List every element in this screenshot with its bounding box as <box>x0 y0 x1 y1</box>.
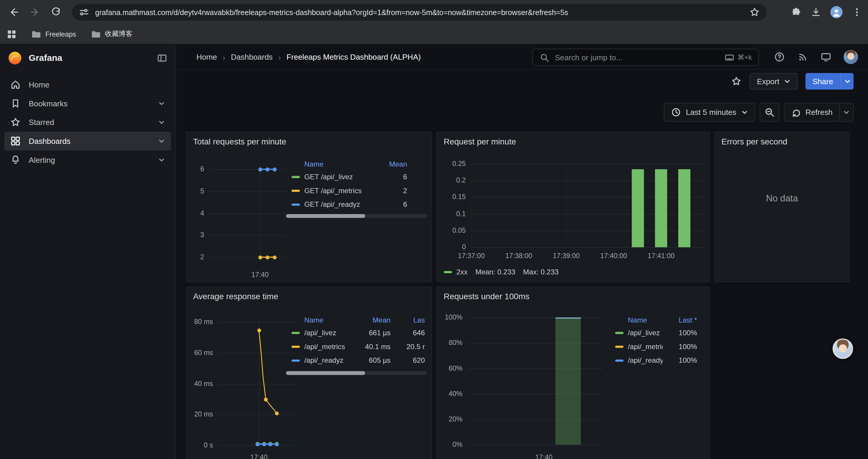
site-settings-icon[interactable] <box>79 6 90 18</box>
legend-col-last[interactable]: Las <box>393 316 425 324</box>
time-controls: Last 5 minutes Refresh <box>664 103 854 122</box>
legend-col-last[interactable]: Last * <box>665 316 697 324</box>
reload-button[interactable] <box>48 4 64 21</box>
share-menu-button[interactable] <box>840 73 854 90</box>
legend-scrollbar[interactable] <box>286 214 427 218</box>
zoom-out-icon <box>764 107 775 118</box>
bookmark-label: Freeleaps <box>45 30 76 38</box>
series-last: 100% <box>665 356 697 364</box>
screen: grafana.mathmast.com/d/deytv4rwavabkb/fr… <box>0 0 868 459</box>
panel-title[interactable]: Errors per second <box>721 137 787 146</box>
share-button[interactable]: Share <box>805 73 840 90</box>
refresh-button[interactable]: Refresh <box>784 103 839 122</box>
series-name[interactable]: /api/_readyz <box>628 356 663 364</box>
browser-actions <box>790 0 862 24</box>
cdot <box>257 328 261 332</box>
grid <box>468 318 603 318</box>
sidebar-item-dashboards[interactable]: Dashboards <box>4 132 171 151</box>
export-button[interactable]: Export <box>750 73 798 90</box>
favorite-star-icon[interactable] <box>731 76 742 87</box>
time-range-picker[interactable]: Last 5 minutes <box>664 103 755 122</box>
series-mean: 605 µs <box>355 356 391 364</box>
search-input[interactable]: Search or jump to... ⌘+k <box>532 49 759 66</box>
legend-row[interactable]: GET /api/_livez 6 <box>291 170 407 184</box>
bookmark-folder-freeleaps[interactable]: Freeleaps <box>31 29 76 39</box>
series-name[interactable]: /api/_readyz <box>304 356 355 364</box>
series-name[interactable]: GET /api/_livez <box>304 172 374 181</box>
series-stat-max: Max: 0.233 <box>523 268 558 276</box>
user-avatar[interactable] <box>844 50 858 64</box>
legend-row[interactable]: /api/_readyz 605 µs 620 <box>291 354 425 367</box>
chevron-down-icon[interactable] <box>158 137 165 145</box>
legend-row[interactable]: GET /api/_metrics 2 <box>291 184 407 198</box>
extensions-icon[interactable] <box>790 6 802 18</box>
export-label: Export <box>757 77 779 86</box>
sidebar-item-starred[interactable]: Starred <box>4 113 171 132</box>
bookmark-folder-blogs[interactable]: 收藏博客 <box>90 29 132 39</box>
series-name[interactable]: 2xx <box>457 268 468 276</box>
series-name[interactable]: /api/_metrics <box>628 342 663 351</box>
sidebar-item-alerting[interactable]: Alerting <box>4 150 171 169</box>
chevron-down-icon[interactable] <box>158 156 165 164</box>
scrollbar-thumb[interactable] <box>286 371 365 375</box>
star-icon <box>10 117 21 128</box>
sidebar-item-label: Alerting <box>29 155 55 164</box>
sidebar-item-bookmarks[interactable]: Bookmarks <box>4 94 171 113</box>
chevron-down-icon[interactable] <box>158 119 165 126</box>
legend-col-name[interactable]: Name <box>628 316 663 324</box>
series-color-dash <box>444 271 452 273</box>
time-range-label: Last 5 minutes <box>686 108 737 117</box>
grid <box>566 164 567 247</box>
series-name[interactable]: /api/_livez <box>304 328 355 337</box>
scrollbar-thumb[interactable] <box>286 214 365 218</box>
legend-col-mean[interactable]: Mean <box>355 316 391 324</box>
grafana-logo[interactable] <box>8 51 22 65</box>
back-button[interactable] <box>6 4 22 21</box>
xlab: 17:38:00 <box>499 252 538 261</box>
ylab: 2 <box>188 253 204 262</box>
refresh-interval-button[interactable] <box>839 103 854 122</box>
series-name[interactable]: GET /api/_metrics <box>304 186 374 195</box>
browser-menu-icon[interactable] <box>851 6 862 18</box>
legend-col-mean[interactable]: Mean <box>374 160 407 168</box>
series-last: 620 <box>393 356 425 364</box>
legend-row[interactable]: GET /api/_readyz 6 <box>291 197 407 211</box>
legend-row[interactable]: /api/_metrics 40.1 ms 20.5 r <box>291 340 425 354</box>
legend-row[interactable]: /api/_readyz 100% <box>615 354 697 367</box>
keyboard-icon <box>725 54 734 61</box>
cdot <box>258 255 262 259</box>
legend-row[interactable]: /api/_livez 100% <box>615 326 697 340</box>
series-color-dash <box>291 332 300 334</box>
bookmark-star-icon[interactable] <box>749 6 760 18</box>
collapse-sidebar-icon[interactable] <box>157 53 167 64</box>
breadcrumb-home[interactable]: Home <box>196 53 217 61</box>
help-icon[interactable] <box>774 52 785 62</box>
series-name[interactable]: /api/_metrics <box>304 342 355 351</box>
url-text[interactable]: grafana.mathmast.com/d/deytv4rwavabkb/fr… <box>95 8 749 16</box>
series-name[interactable]: /api/_livez <box>628 328 663 337</box>
xlab: 17:40:00 <box>594 252 633 261</box>
zoom-out-button[interactable] <box>760 103 779 122</box>
floating-assistant-avatar[interactable] <box>833 338 853 359</box>
legend-row[interactable]: /api/_livez 661 µs 646 <box>291 326 425 340</box>
download-icon[interactable] <box>810 6 821 18</box>
kiosk-monitor-icon[interactable] <box>820 52 831 62</box>
url-bar[interactable]: grafana.mathmast.com/d/deytv4rwavabkb/fr… <box>72 4 767 21</box>
breadcrumb-dashboards[interactable]: Dashboards <box>231 53 273 61</box>
xlab: 17:39:00 <box>547 252 586 261</box>
sidebar-item-home[interactable]: Home <box>4 75 171 94</box>
legend-scrollbar[interactable] <box>286 371 427 375</box>
news-rss-icon[interactable] <box>797 52 808 62</box>
legend-item-2xx[interactable]: 2xx <box>444 268 468 276</box>
legend-col-name[interactable]: Name <box>304 316 355 324</box>
series-name[interactable]: GET /api/_readyz <box>304 200 374 208</box>
forward-button[interactable] <box>27 4 43 21</box>
legend-col-name[interactable]: Name <box>304 160 374 168</box>
breadcrumb: Home › Dashboards › Freeleaps Metrics Da… <box>196 44 421 70</box>
chevron-down-icon[interactable] <box>158 100 165 107</box>
bar-chart: 100%80%60%40%20%0%17:40 <box>437 287 709 459</box>
browser-profile-avatar[interactable] <box>831 6 843 18</box>
grid <box>471 247 704 248</box>
apps-grid-icon[interactable] <box>6 29 17 39</box>
legend-row[interactable]: /api/_metrics 100% <box>615 340 697 354</box>
